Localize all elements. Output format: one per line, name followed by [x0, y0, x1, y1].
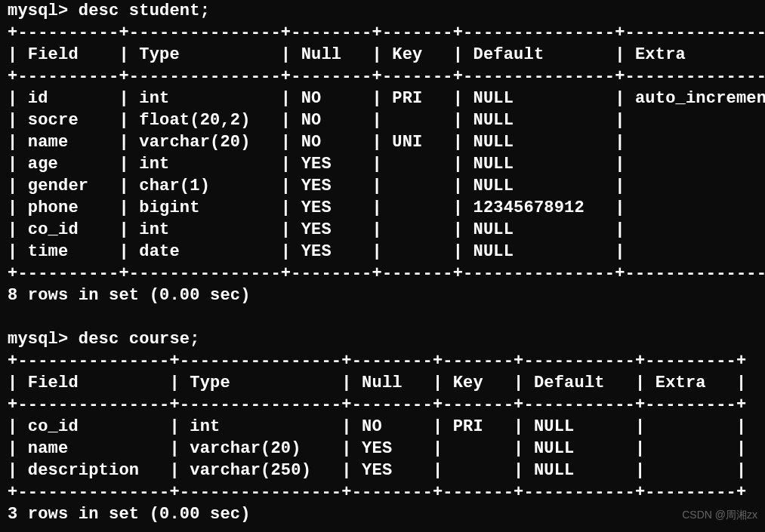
csdn-watermark: CSDN @周湘zx: [682, 504, 757, 526]
mysql-terminal-output: mysql> desc student; +----------+-------…: [8, 0, 757, 525]
